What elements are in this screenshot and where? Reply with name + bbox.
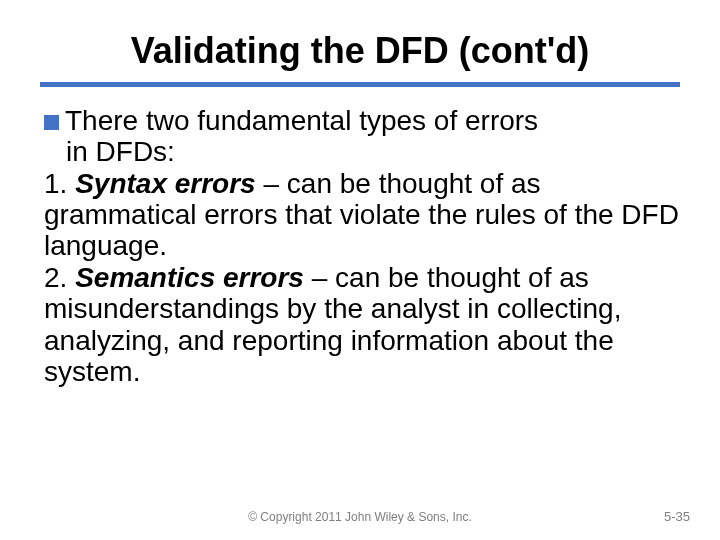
copyright-footer: © Copyright 2011 John Wiley & Sons, Inc.: [0, 510, 720, 524]
slide: Validating the DFD (cont'd) There two fu…: [0, 0, 720, 540]
lead-text: There two fundamental types of errors: [65, 105, 538, 136]
list-item: 2. Semantics errors – can be thought of …: [44, 262, 680, 387]
item-number: 2.: [44, 262, 67, 293]
item-term: Syntax errors: [75, 168, 256, 199]
title-underline: [40, 82, 680, 87]
item-number: 1.: [44, 168, 67, 199]
square-bullet-icon: [44, 115, 59, 130]
list-item: 1. Syntax errors – can be thought of as …: [44, 168, 680, 262]
item-term: Semantics errors: [75, 262, 304, 293]
lead-line: There two fundamental types of errors: [44, 105, 680, 136]
slide-body: There two fundamental types of errors in…: [40, 105, 680, 387]
lead-cont: in DFDs:: [44, 136, 680, 167]
page-number: 5-35: [664, 509, 690, 524]
slide-title: Validating the DFD (cont'd): [40, 30, 680, 72]
